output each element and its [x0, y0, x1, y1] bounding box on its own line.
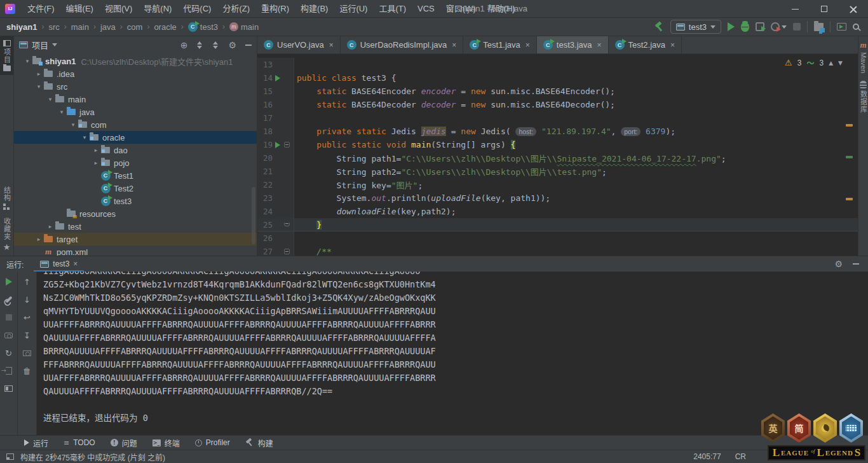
project-structure-icon[interactable]: [814, 23, 824, 31]
breadcrumb-item-test3[interactable]: Ctest3: [188, 22, 218, 32]
project-panel-title[interactable]: 项目: [32, 39, 48, 51]
scroll-to-end-icon[interactable]: ↧: [22, 330, 32, 340]
fold-end-icon[interactable]: [284, 223, 290, 226]
tree-item-src[interactable]: ▾src: [14, 80, 257, 93]
tool-window-button-数据库[interactable]: 数据库: [858, 77, 868, 117]
code-line-17[interactable]: 17: [257, 111, 858, 125]
profiler-button[interactable]: [771, 22, 780, 31]
tree-item-test3[interactable]: Ctest3: [14, 195, 257, 207]
run-tab[interactable]: test3 ×: [34, 256, 84, 272]
project-scrollbar[interactable]: [252, 187, 255, 244]
tool-window-button-运行[interactable]: 运行: [18, 436, 55, 450]
editor-tab-test3.java[interactable]: Ctest3.java×: [537, 36, 609, 53]
ime-badge-english[interactable]: 英: [761, 413, 785, 443]
run-config-select[interactable]: test3: [670, 20, 721, 34]
menu-item-分析(Z)[interactable]: 分析(Z): [217, 0, 255, 18]
code-line-24[interactable]: 24 downloadFile(key,path2);: [257, 205, 858, 218]
up-stacktrace-icon[interactable]: ↑: [22, 277, 32, 287]
maximize-button[interactable]: [810, 0, 839, 18]
clear-console-icon[interactable]: 🗑: [22, 366, 32, 376]
tree-chevron-icon[interactable]: ▾: [80, 134, 89, 141]
close-icon[interactable]: ×: [73, 259, 78, 268]
code-line-22[interactable]: 22 String key="图片";: [257, 178, 858, 191]
tree-item-dao[interactable]: ▸dao: [14, 144, 257, 156]
menu-item-视图(V)[interactable]: 视图(V): [99, 0, 138, 18]
restore-layout-icon[interactable]: [4, 384, 14, 394]
menu-item-VCS[interactable]: VCS: [412, 0, 440, 18]
gear-icon[interactable]: ⚙: [228, 41, 236, 50]
typo-stripe-mark[interactable]: [846, 156, 853, 158]
code-line-23[interactable]: 23 System.out.println(uploadFile(key, pa…: [257, 191, 858, 205]
tree-chevron-icon[interactable]: ▾: [57, 109, 66, 115]
breadcrumb-item-com[interactable]: com: [127, 22, 143, 32]
tree-chevron-icon[interactable]: ▾: [23, 58, 32, 64]
console-output[interactable]: IiigAooooAKKKKACiiigAooooAKKKKACiiigAooo…: [37, 272, 868, 435]
run-line-icon[interactable]: [275, 75, 280, 81]
close-icon[interactable]: ×: [597, 41, 602, 50]
warning-stripe-mark[interactable]: [846, 198, 853, 200]
tree-item-Test2[interactable]: CTest2: [14, 182, 257, 195]
ime-badge-simplified-chinese[interactable]: 简: [787, 413, 811, 443]
fold-icon[interactable]: [284, 249, 290, 254]
code-line-27[interactable]: 27 /**: [257, 245, 858, 256]
editor-tab-Test1.java[interactable]: CTest1.java×: [463, 36, 537, 53]
tree-chevron-icon[interactable]: ▸: [46, 223, 55, 230]
line-separator[interactable]: CR: [735, 452, 746, 461]
edit-configuration-icon[interactable]: [4, 294, 14, 305]
tool-window-button-TODO[interactable]: ≡TODO: [57, 436, 102, 450]
locate-file-icon[interactable]: ⊕: [180, 41, 188, 50]
breadcrumb-item-main[interactable]: mmain: [229, 22, 259, 32]
tree-item-test[interactable]: ▸test: [14, 220, 257, 233]
gear-icon[interactable]: ⚙: [834, 259, 843, 268]
tree-item-.idea[interactable]: ▸.idea: [14, 67, 257, 80]
tool-window-button-Profiler[interactable]: Profiler: [189, 436, 236, 450]
tree-item-Test1[interactable]: CTest1: [14, 169, 257, 182]
code-line-18[interactable]: 18 private static Jedis jedis = new Jedi…: [257, 125, 858, 138]
menu-item-导航(N)[interactable]: 导航(N): [138, 0, 177, 18]
code-area[interactable]: 1314public class test3 {15 static BASE64…: [257, 54, 858, 256]
exit-icon[interactable]: [4, 366, 14, 376]
tree-item-main[interactable]: ▾main: [14, 93, 257, 106]
tool-window-button-构建[interactable]: 构建: [239, 436, 280, 450]
code-line-21[interactable]: 21 String path2="C:\\Users\\zlh\\Desktop…: [257, 165, 858, 178]
status-message[interactable]: 构建在 2秒475毫秒 中成功完成 (片刻 之前): [20, 452, 165, 462]
hide-panel-icon[interactable]: [853, 263, 859, 265]
run-line-icon[interactable]: [275, 142, 280, 148]
tool-window-button-Maven[interactable]: mMaven: [858, 36, 868, 77]
ime-badge-punctuation[interactable]: [813, 413, 837, 443]
close-icon[interactable]: ×: [526, 41, 530, 50]
tool-window-button-终端[interactable]: >_终端: [146, 436, 186, 450]
code-line-15[interactable]: 15 static BASE64Encoder encoder = new su…: [257, 85, 858, 98]
close-icon[interactable]: ×: [329, 41, 334, 50]
inspection-widget[interactable]: ⚠ 3 〜 3 ▲ ▼: [785, 57, 843, 68]
code-line-25[interactable]: 25 }: [257, 218, 858, 232]
rerun-button[interactable]: [4, 277, 14, 287]
tree-chevron-icon[interactable]: ▸: [34, 71, 43, 77]
menu-item-代码(C)[interactable]: 代码(C): [177, 0, 217, 18]
code-line-19[interactable]: 19 public static void main(String[] args…: [257, 138, 858, 151]
tree-item-com[interactable]: ▾com: [14, 118, 257, 131]
breadcrumb-item-oracle[interactable]: oracle: [154, 22, 176, 32]
search-everywhere-icon[interactable]: [853, 24, 859, 30]
menu-item-文件(F)[interactable]: 文件(F): [22, 0, 60, 18]
prev-problem-icon[interactable]: ▲: [829, 60, 833, 66]
tool-window-switcher-icon[interactable]: [6, 453, 14, 460]
expand-all-icon[interactable]: [196, 41, 203, 49]
minimize-button[interactable]: [780, 0, 810, 18]
tree-item-resources[interactable]: resources: [14, 207, 257, 220]
menu-item-编辑(E)[interactable]: 编辑(E): [60, 0, 99, 18]
fold-icon[interactable]: [284, 142, 290, 148]
tree-chevron-icon[interactable]: ▸: [92, 147, 100, 153]
run-anything-icon[interactable]: [837, 23, 846, 31]
editor-tab-Test2.java[interactable]: CTest2.java×: [609, 36, 682, 53]
down-stacktrace-icon[interactable]: ↓: [22, 294, 32, 305]
editor-tab-UserDaoRedisImpl.java[interactable]: CUserDaoRedisImpl.java×: [341, 36, 464, 53]
league-of-legends-logo[interactable]: LEAGUEofLEGENDS: [768, 445, 865, 460]
tree-item-shiyan1[interactable]: ▾shiyan1C:\Users\zlh\Desktop\新建文件夹\shiya…: [14, 55, 257, 67]
tree-item-oracle[interactable]: ▾oracle: [14, 131, 257, 144]
editor-tab-UserVO.java[interactable]: CUserVO.java×: [257, 36, 341, 53]
code-line-14[interactable]: 14public class test3 {: [257, 71, 858, 85]
breadcrumb-item-shiyan1[interactable]: shiyan1: [6, 22, 37, 32]
menu-item-运行(U)[interactable]: 运行(U): [334, 0, 373, 18]
tree-item-java[interactable]: ▾java: [14, 106, 257, 118]
